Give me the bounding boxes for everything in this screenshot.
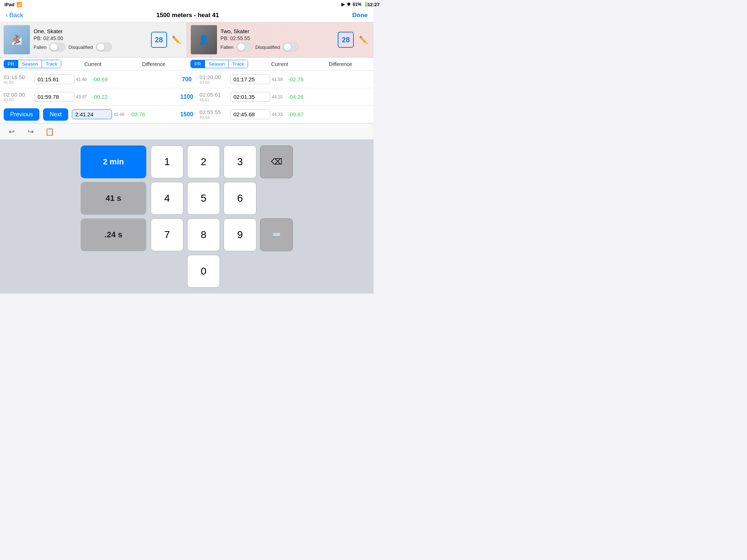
keyboard-button[interactable]: ⌨️	[260, 218, 293, 251]
fallen-toggle-right[interactable]	[236, 43, 252, 51]
left-header: PR Season Track Current Difference	[4, 60, 183, 68]
distance-1100: 1100	[178, 94, 196, 100]
right-current-input-1100[interactable]	[230, 92, 270, 102]
right-tab-group: PR Season Track	[190, 60, 248, 68]
back-button[interactable]: ‹ Back	[6, 12, 23, 19]
left-current-input-1500[interactable]	[72, 109, 112, 119]
done-button[interactable]: Done	[352, 12, 368, 19]
right-current-lap-700: 41.59	[272, 77, 283, 82]
skater-card-left: 🏂 One, Skater PB: 02:45.00 Fallen Disqua…	[0, 22, 187, 57]
unit-2min-button[interactable]: 2 min	[81, 145, 146, 178]
battery-label: 61%	[353, 2, 361, 7]
col-difference-right: Difference	[311, 61, 370, 67]
bib-right[interactable]: 28	[338, 32, 354, 48]
edit-icon-right[interactable]: ✏️	[357, 33, 370, 46]
right-pr-lap-1100: 45.61	[200, 98, 229, 102]
table-row: 01:16.50 41.50 41.46 -00.69 700 01:20.00…	[0, 71, 374, 88]
fallen-label-right: Fallen	[221, 44, 233, 50]
col-current-left: Current	[63, 61, 122, 67]
status-bar: iPad 📶 12:27 ▶ ✱ 61% 🔋	[0, 0, 374, 9]
nav-bar: ‹ Back 1500 meters - heat 41 Done	[0, 9, 374, 22]
distance-1500: 1500	[178, 111, 196, 118]
left-current-lap-1500: 41.46	[113, 112, 125, 117]
skater-pb-right: PB: 02:55.55	[221, 35, 334, 41]
left-row-1500: Previous Next 41.46 -03.76	[0, 107, 178, 122]
next-button[interactable]: Next	[43, 108, 68, 121]
right-pr-1500: 02:55.55	[200, 109, 229, 115]
right-row-1500: 02:55.55 49.94 44.33 -09.87	[196, 108, 374, 121]
fallen-toggle-left[interactable]	[49, 43, 65, 51]
redo-button[interactable]: ↪	[25, 126, 36, 137]
key-9[interactable]: 9	[224, 218, 256, 251]
keypad-time-units: 2 min 41 s .24 s	[81, 145, 146, 288]
distance-700: 700	[178, 76, 196, 83]
left-diff-1500: -03.76	[127, 111, 148, 117]
left-current-input-1100[interactable]	[34, 92, 74, 102]
undo-button[interactable]: ↩	[6, 126, 18, 137]
skater-info-left: One, Skater PB: 02:45.00 Fallen Disquali…	[34, 28, 147, 51]
keypad-number-grid: 1 2 3 ⌫ 4 5 6 7 8 9 ⌨️ 0	[151, 145, 293, 288]
left-current-input-700[interactable]	[34, 74, 74, 84]
disqualified-toggle-right[interactable]	[283, 43, 299, 51]
bib-left[interactable]: 28	[151, 32, 167, 48]
left-diff-700: -00.69	[89, 76, 111, 82]
toolbar: ↩ ↪ 📋	[0, 124, 374, 140]
left-current-lap-1100: 43.97	[76, 94, 88, 100]
right-current-input-700[interactable]	[230, 74, 270, 84]
clipboard-button[interactable]: 📋	[44, 126, 55, 137]
right-pr-lap-1500: 49.94	[200, 115, 229, 120]
key-7[interactable]: 7	[151, 218, 183, 251]
delete-button[interactable]: ⌫	[260, 145, 293, 178]
unit-24s-button[interactable]: .24 s	[81, 218, 146, 251]
left-pr-lap-1100: 43.50	[4, 98, 33, 102]
right-pr-700: 01:20.00	[200, 74, 229, 80]
bluetooth-icon: ✱	[347, 2, 351, 7]
key-6[interactable]: 6	[224, 182, 256, 215]
key-1[interactable]: 1	[151, 145, 183, 178]
left-row-700: 01:16.50 41.50 41.46 -00.69	[0, 73, 178, 86]
right-diff-1500: -09.87	[285, 111, 307, 117]
key-3[interactable]: 3	[224, 145, 256, 178]
carrier-label: iPad	[4, 2, 14, 7]
table-row-1500: Previous Next 41.46 -03.76 1500 02:55.55…	[0, 106, 374, 123]
disqualified-label-left: Disqualified	[68, 44, 93, 50]
tab-track-left[interactable]: Track	[42, 60, 61, 68]
left-pr-1100: 02:00.00	[4, 92, 33, 98]
skater-photo-left: 🏂	[4, 25, 30, 54]
tab-season-left[interactable]: Season	[18, 60, 42, 68]
key-0[interactable]: 0	[187, 255, 220, 288]
right-row-700: 01:20.00 43.50 41.59 -02.75	[196, 73, 374, 86]
key-8[interactable]: 8	[187, 218, 220, 251]
right-current-lap-1100: 44.10	[272, 94, 283, 100]
left-row-1100: 02:00.00 43.50 43.97 -00.22	[0, 90, 178, 104]
wifi-icon: 📶	[16, 2, 22, 7]
skater-name-right: Two, Skater	[221, 28, 334, 34]
skater-info-right: Two, Skater PB: 02:55.55 Fallen Disquali…	[221, 28, 334, 51]
tab-season-right[interactable]: Season	[205, 60, 228, 68]
right-current-input-1500[interactable]	[230, 109, 270, 119]
keypad-section: 2 min 41 s .24 s 1 2 3 ⌫ 4 5 6 7 8 9 ⌨️ …	[0, 140, 374, 293]
table-header: PR Season Track Current Difference PR Se…	[0, 58, 374, 71]
left-tab-group: PR Season Track	[4, 60, 61, 68]
left-pr-700: 01:16.50	[4, 74, 33, 80]
key-5[interactable]: 5	[187, 182, 220, 215]
right-diff-1100: -04.26	[285, 94, 307, 100]
tab-pr-right[interactable]: PR	[191, 60, 205, 68]
col-difference-left: Difference	[124, 61, 183, 67]
tab-pr-left[interactable]: PR	[4, 60, 18, 68]
key-4[interactable]: 4	[151, 182, 183, 215]
tab-track-right[interactable]: Track	[228, 60, 248, 68]
back-label: Back	[9, 12, 23, 19]
right-header: PR Season Track Current Difference	[183, 60, 370, 68]
table-row: 02:00.00 43.50 43.97 -00.22 1100 02:05.6…	[0, 88, 374, 106]
disqualified-toggle-left[interactable]	[96, 43, 112, 51]
chevron-left-icon: ‹	[6, 12, 8, 19]
skater-card-right: 👤 Two, Skater PB: 02:55.55 Fallen Disqua…	[187, 22, 374, 57]
left-diff-1100: -00.22	[89, 94, 111, 100]
col-current-right: Current	[250, 61, 309, 67]
key-2[interactable]: 2	[187, 145, 220, 178]
edit-icon-left[interactable]: ✏️	[170, 33, 183, 46]
unit-41s-button[interactable]: 41 s	[81, 182, 146, 215]
previous-button[interactable]: Previous	[4, 108, 39, 121]
left-pr-lap-700: 41.50	[4, 80, 33, 85]
